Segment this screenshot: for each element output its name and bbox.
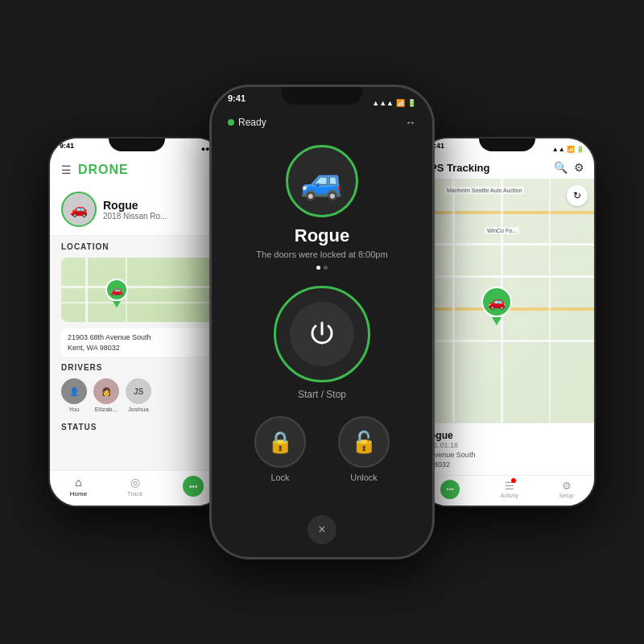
- driver-you[interactable]: 👤 You: [61, 378, 87, 413]
- brand-logo: DRONE: [78, 163, 129, 177]
- right-nav-more[interactable]: •••: [440, 480, 460, 499]
- pin-tail: [113, 301, 121, 308]
- nav-home[interactable]: ⌂ Home: [70, 476, 87, 497]
- car-info-left: Rogue 2018 Nissan Ro...: [103, 199, 167, 221]
- activity-red-dot: [511, 478, 516, 483]
- dot-1: [316, 266, 320, 270]
- road-3: [85, 258, 88, 322]
- ready-bar: Ready ↔: [212, 113, 432, 132]
- driver-elizabeth[interactable]: 👩 Elizab...: [93, 378, 119, 413]
- pin-circle: 🚗: [105, 279, 128, 301]
- left-bottom-nav: ⌂ Home ◎ Track •••: [50, 470, 224, 506]
- car-card-left[interactable]: 🚗 Rogue 2018 Nissan Ro...: [50, 184, 224, 236]
- map-label-1: Manheim Seattle Auto Auction: [444, 187, 524, 194]
- status-label: STATUS: [50, 416, 224, 435]
- road-2: [61, 302, 213, 303]
- right-car-date: 01.01.18: [430, 441, 584, 449]
- driver-avatar-elizabeth: 👩: [93, 378, 119, 404]
- lock-unlock-row: 🔒 Lock 🔓 Unlock: [254, 416, 390, 482]
- right-phone: 9:41 ▲▲ 📶 🔋 PS Tracking 🔍 ⚙: [419, 137, 596, 507]
- road-rv1: [452, 179, 455, 423]
- start-stop-label: Start / Stop: [298, 389, 346, 400]
- car-avatar-left: 🚗: [61, 192, 97, 227]
- center-car-circle: 🚙: [286, 145, 358, 217]
- road-r1: [420, 211, 594, 214]
- dots-indicator: [316, 266, 328, 270]
- power-svg: [306, 318, 338, 350]
- car-name-left: Rogue: [103, 199, 167, 212]
- notch-right: [479, 138, 535, 151]
- drivers-row: 👤 You 👩 Elizab... JS Joshua: [50, 375, 224, 416]
- map-bg: [61, 258, 213, 322]
- map-address: 21903 68th Avenue South Kent, WA 98032: [61, 328, 213, 357]
- ready-text: Ready: [228, 117, 266, 128]
- close-button[interactable]: ×: [308, 515, 336, 544]
- notch-left: [109, 138, 165, 151]
- center-status-icons: ▲▲▲ 📶 🔋: [372, 93, 416, 113]
- map-full-right[interactable]: Manheim Seattle Auto Auction WinCo Fo...…: [420, 179, 594, 423]
- left-phone: 9:41 ●●● ☰ DRONE 🚗 Rogue 2018 Nissan Ro.…: [48, 137, 225, 507]
- right-header: PS Tracking 🔍 ⚙: [420, 156, 594, 179]
- notch-center: [282, 87, 362, 105]
- map-car-pin-right: 🚗: [481, 287, 512, 325]
- right-bottom-nav: ••• ☰ Activity ⚙ Setup: [420, 475, 594, 506]
- track-icon: ◎: [130, 476, 140, 489]
- home-icon: ⌂: [75, 476, 81, 489]
- car-model-left: 2018 Nissan Ro...: [103, 212, 167, 221]
- filter-icon[interactable]: ⚙: [574, 161, 584, 174]
- map-pin-circle-right: 🚗: [481, 287, 512, 317]
- right-nav-dot[interactable]: •••: [440, 480, 460, 499]
- unlock-button-wrap: 🔓 Unlock: [338, 416, 390, 482]
- map-pin-tail-right: [492, 317, 502, 325]
- nav-more-left[interactable]: •••: [183, 476, 204, 497]
- activity-icon-wrap: ☰: [505, 480, 514, 492]
- road-r2: [420, 243, 594, 246]
- header-icons: 🔍 ⚙: [554, 161, 584, 174]
- road-1: [61, 286, 213, 288]
- driver-avatar-joshua: JS: [126, 378, 151, 404]
- lock-label: Lock: [270, 473, 289, 482]
- driver-avatar-you: 👤: [61, 378, 87, 404]
- left-header: ☰ DRONE: [50, 156, 224, 184]
- more-dot-left[interactable]: •••: [183, 476, 204, 497]
- unlock-button[interactable]: 🔓: [338, 416, 390, 468]
- drivers-label: DRIVERS: [50, 357, 224, 375]
- center-car-name: Rogue: [295, 225, 349, 246]
- hamburger-icon[interactable]: ☰: [61, 163, 72, 176]
- map-label-2: WinCo Fo...: [485, 227, 519, 234]
- left-time: 9:41: [60, 142, 74, 156]
- right-nav-setup[interactable]: ⚙ Setup: [559, 480, 573, 499]
- power-icon[interactable]: [290, 302, 354, 366]
- lock-button[interactable]: 🔒: [254, 416, 306, 468]
- right-status-icons: ▲▲ 📶 🔋: [552, 142, 584, 156]
- dot-2: [324, 266, 328, 270]
- setup-icon: ⚙: [562, 480, 572, 492]
- road-r3: [420, 275, 594, 278]
- road-r5: [420, 340, 594, 342]
- ready-dot: [228, 119, 234, 126]
- map-box-left[interactable]: 🚗: [61, 258, 213, 322]
- nav-track[interactable]: ◎ Track: [127, 476, 143, 497]
- location-label: LOCATION: [50, 236, 224, 254]
- right-car-name: ogue: [430, 430, 584, 441]
- right-car-addr1: Avenue South: [430, 451, 584, 459]
- lock-button-wrap: 🔒 Lock: [254, 416, 306, 482]
- gps-title: PS Tracking: [430, 162, 489, 174]
- driver-joshua[interactable]: JS Joshua: [126, 378, 151, 413]
- center-phone: 9:41 ▲▲▲ 📶 🔋 Ready ↔ 🚙 Rogue The doors w…: [209, 85, 435, 559]
- arrow-icon: ↔: [405, 116, 416, 129]
- right-nav-activity[interactable]: ☰ Activity: [501, 480, 518, 499]
- center-time: 9:41: [228, 93, 246, 113]
- road-rv3: [549, 179, 551, 423]
- right-car-addr2: 98032: [430, 460, 584, 469]
- search-icon[interactable]: 🔍: [554, 161, 568, 174]
- center-car-status: The doors were locked at 8:00pm: [256, 250, 387, 259]
- map-pin-left: 🚗: [105, 279, 128, 308]
- refresh-button[interactable]: ↻: [567, 185, 588, 206]
- unlock-label: Unlock: [350, 473, 378, 482]
- power-button-wrap: Start / Stop: [274, 286, 370, 400]
- right-info-card: ogue 01.01.18 Avenue South 98032: [420, 423, 594, 475]
- power-ring[interactable]: [274, 286, 370, 382]
